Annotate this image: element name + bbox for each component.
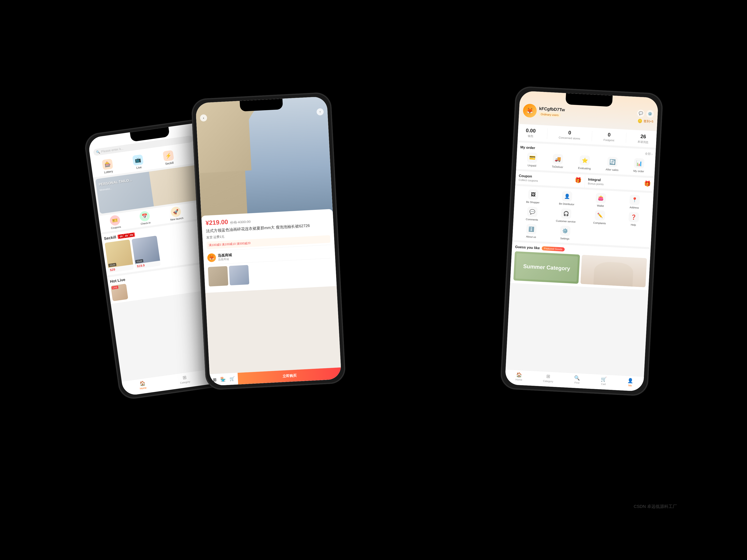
coupon-sub: Collect coupons <box>519 178 582 185</box>
stat-wallet[interactable]: 0.00 钱包 <box>525 127 536 138</box>
help-label: Help <box>631 223 636 226</box>
newlaunch-func[interactable]: 🚀 New launch <box>169 206 184 221</box>
nav-category[interactable]: ⊞ Category <box>179 374 190 384</box>
evaluating-item[interactable]: ⭐ Evaluating <box>578 155 591 170</box>
share-btn[interactable]: ↑ <box>316 108 324 115</box>
aftersales-item[interactable]: 🔄 After sales <box>606 157 619 171</box>
be-distributor-icon: 👤 <box>562 191 572 202</box>
guess-item-1[interactable]: Summer Category <box>513 251 580 284</box>
be-shopper-item[interactable]: 🖼 Be Shopper <box>517 189 549 205</box>
profile-info: kFCgfbD7Tw Ordinary users <box>539 106 565 118</box>
seckill-item-2[interactable]: 0Sold $19.9 <box>131 236 161 269</box>
countdown-hour: 00 <box>119 234 124 238</box>
featured-badge: Featured Goods <box>542 246 565 251</box>
pnav-home[interactable]: 🏠 Home <box>515 372 522 381</box>
seckill-item-1[interactable]: 0Sold $29 <box>105 239 134 273</box>
seckill-title: Seckill <box>104 235 117 241</box>
seckill-label: Seckill <box>165 161 174 165</box>
messages-label: 未读消息 <box>638 140 649 144</box>
wallet-item[interactable]: 👛 Wallet <box>585 192 616 208</box>
buy-button[interactable]: 立即购买 <box>237 367 341 384</box>
watermark: CSDN 卓远低源科工厂 <box>634 504 677 509</box>
order-all-btn[interactable]: 全部 › <box>645 152 652 156</box>
checkin-func[interactable]: 📅 Check-in <box>139 211 151 225</box>
lottery-item[interactable]: 🎰 Lottery <box>102 159 114 174</box>
checkin-label: Check-in <box>140 221 151 225</box>
complaints-item[interactable]: ✏️ Complaints <box>584 210 616 225</box>
todeliver-item[interactable]: 🚚 ToDeliver <box>552 154 564 169</box>
pnav-find[interactable]: 🔍 Find <box>574 375 580 384</box>
customer-service-icon: 🎧 <box>561 208 571 219</box>
address-item[interactable]: 📍 Address <box>619 194 650 210</box>
order-section: My order 全部 › 💳 Unpaid 🚚 ToDeliver <box>516 142 656 176</box>
phone-right: 🦊 kFCgfbD7Tw Ordinary users 💬 ⚙️ <box>500 86 664 397</box>
home-nav-icon: 🏠 <box>139 380 146 386</box>
thumb-2[interactable] <box>229 265 249 286</box>
cart-action-icon[interactable]: 🛒 <box>229 376 235 381</box>
unpaid-item[interactable]: 💳 Unpaid <box>527 153 538 167</box>
help-item[interactable]: ❓ Help <box>618 211 649 227</box>
merchant-details: 迅孤商城 迅孤商城 <box>218 252 232 262</box>
settings-btn[interactable]: ⚙️ <box>646 110 654 118</box>
unpaid-icon: 💳 <box>527 153 538 163</box>
live-icon: 📺 <box>132 154 144 166</box>
profile-screen: 🦊 kFCgfbD7Tw Ordinary users 💬 ⚙️ <box>505 90 659 392</box>
pnav-home-icon: 🏠 <box>516 372 522 378</box>
profile-username: kFCgfbD7Tw <box>539 106 565 113</box>
concerned-number: 0 <box>568 130 571 136</box>
search-icon: 🔍 <box>96 150 100 154</box>
seckill-img-1: 0Sold <box>105 239 133 268</box>
pnav-cart[interactable]: 🛒 Cart <box>600 376 607 386</box>
be-distributor-item[interactable]: 👤 Be Distributor <box>551 191 583 206</box>
coupons-func[interactable]: 🎫 Coupons <box>109 215 121 230</box>
guess-items: Summer Category <box>513 251 647 287</box>
comments-item[interactable]: 💬 Comments <box>516 206 548 222</box>
about-us-item[interactable]: ℹ️ About us <box>516 223 547 239</box>
pnav-find-label: Find <box>574 381 579 384</box>
back-button[interactable]: ‹ <box>200 114 207 122</box>
guess-title: Guess you like <box>515 245 540 250</box>
store-icon[interactable]: 🏪 <box>220 377 226 382</box>
summer-category-label: Summer Category <box>523 263 570 272</box>
integral-box[interactable]: Integral 🎁 Bonus points <box>585 175 654 191</box>
merchant-name: 迅孤商城 <box>218 252 232 258</box>
coupon-icon: 🎁 <box>575 177 582 184</box>
thumb-1[interactable] <box>208 266 228 287</box>
message-btn[interactable]: 💬 <box>637 109 645 117</box>
coupon-box[interactable]: Coupon 🎁 Collect coupons <box>515 171 585 188</box>
seckill-item[interactable]: ⚡ Seckill <box>163 150 175 166</box>
concerned-label: Concerned stores <box>559 136 580 140</box>
seckill-icon: ⚡ <box>163 150 174 162</box>
profile-top: 🦊 kFCgfbD7Tw Ordinary users 💬 ⚙️ <box>523 103 654 124</box>
stat-footprint[interactable]: 0 Footprint <box>603 131 615 142</box>
customer-service-item[interactable]: 🎧 Customer service <box>550 208 582 223</box>
pnav-category[interactable]: ⊞ Category <box>543 374 553 383</box>
shop-icon[interactable]: ⊞ <box>213 377 216 382</box>
nav-home[interactable]: 🏠 Home <box>139 380 147 390</box>
order-title: My order <box>520 145 535 150</box>
stat-concerned-stores[interactable]: 0 Concerned stores <box>559 129 581 140</box>
live-item[interactable]: 📺 Live <box>132 154 144 170</box>
sign-reward-text: 签到+5 <box>644 119 653 124</box>
merchant-avatar: 🦊 <box>207 253 216 262</box>
home-nav-label: Home <box>140 386 147 390</box>
product-info-card: ¥219.00 价格 ¥300.00 法式方领蓝色油画碎花连衣裙夏群mm大 瘦泡… <box>201 209 337 293</box>
sign-in-reward[interactable]: 🪙 签到+5 <box>638 118 653 124</box>
pnav-home-label: Home <box>515 378 522 381</box>
profile-bottom-nav: 🏠 Home ⊞ Category 🔍 Find 🛒 Cart <box>505 369 644 392</box>
wallet-label: Wallet <box>597 204 604 208</box>
pnav-me-icon: 👤 <box>627 378 634 384</box>
evaluating-label: Evaluating <box>578 166 591 170</box>
wallet-label: 钱包 <box>527 134 533 138</box>
integral-sub: Bonus points <box>588 182 651 188</box>
guess-item-2[interactable] <box>580 255 647 287</box>
footprint-label: Footprint <box>603 138 614 142</box>
myorder-item[interactable]: 📊 My order <box>633 158 645 173</box>
settings-item[interactable]: ⚙️ Settings <box>549 225 581 241</box>
phone-middle: ‹ ↑ 画艺冰蓝 <box>191 92 346 391</box>
pnav-me[interactable]: 👤 Me <box>627 378 634 387</box>
stat-messages[interactable]: 26 未读消息 <box>638 133 649 144</box>
summer-category-text: Summer Category <box>515 254 578 282</box>
messages-number: 26 <box>640 133 646 140</box>
right-screen: 🦊 kFCgfbD7Tw Ordinary users 💬 ⚙️ <box>505 90 659 392</box>
